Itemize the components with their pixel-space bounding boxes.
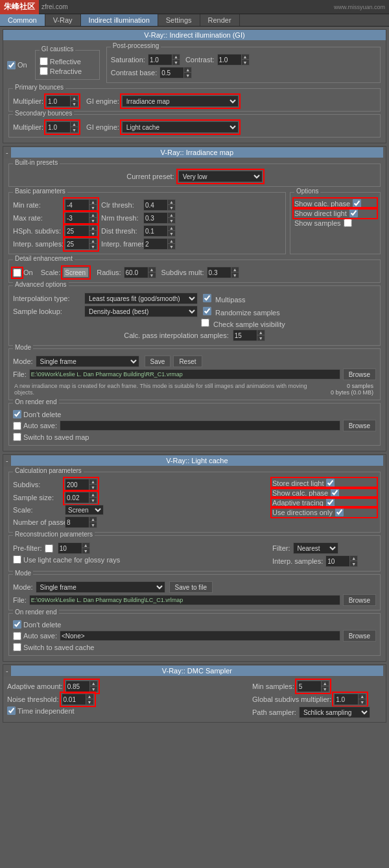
secondary-gi-engine-dropdown[interactable]: Light cache None Photon map Brute force (122, 121, 239, 133)
detail-radius-field[interactable]: ▲ ▼ (124, 267, 156, 278)
dist-thresh-field[interactable]: ▲ ▼ (143, 225, 176, 237)
lc-switch-checkbox[interactable] (13, 643, 21, 651)
pre-filter-field[interactable]: ▲ ▼ (58, 542, 90, 554)
path-sampler-dropdown[interactable]: Schlick sampling Uniform (299, 706, 370, 718)
adaptive-amount-spinner[interactable]: ▲ ▼ (89, 681, 97, 692)
subdivs-input[interactable] (65, 479, 89, 490)
min-samples-spinner[interactable]: ▲ ▼ (321, 681, 329, 692)
min-rate-spinner[interactable]: ▲ ▼ (89, 200, 97, 210)
saturation-up[interactable]: ▲ (172, 54, 180, 60)
adaptive-tracing-checkbox[interactable] (326, 498, 335, 507)
contrast-base-spinner[interactable]: ▲ ▼ (183, 67, 191, 78)
interp-samples-spinner[interactable]: ▲ ▼ (89, 239, 97, 249)
sample-size-field[interactable]: ▲ ▼ (65, 492, 97, 503)
detail-subdivs-mult-spinner[interactable]: ▲ ▼ (231, 267, 239, 278)
contrast-down[interactable]: ▼ (241, 60, 249, 65)
subdivs-up[interactable]: ▲ (89, 479, 97, 485)
tab-settings[interactable]: Settings (158, 14, 200, 26)
pre-filter-spinner[interactable]: ▲ ▼ (82, 543, 89, 553)
gi-on-checkbox[interactable] (7, 61, 16, 69)
detail-radius-down[interactable]: ▼ (148, 272, 156, 278)
nrm-thresh-input[interactable] (144, 213, 167, 223)
pre-filter-input[interactable] (58, 543, 82, 553)
secondary-multiplier-field[interactable]: ▲ ▼ (46, 121, 78, 133)
check-sample-visibility-checkbox[interactable] (201, 319, 209, 327)
dist-thresh-spinner[interactable]: ▲ ▼ (167, 226, 175, 236)
min-rate-input[interactable] (65, 200, 89, 210)
nrm-thresh-field[interactable]: ▲ ▼ (143, 212, 176, 224)
clr-thresh-input[interactable] (144, 200, 167, 210)
interp-frames-down[interactable]: ▼ (167, 244, 175, 249)
current-preset-dropdown[interactable]: Very low Low Medium Medium animation Hig… (178, 171, 263, 182)
max-rate-spinner[interactable]: ▲ ▼ (89, 213, 97, 223)
max-rate-input[interactable] (65, 213, 89, 223)
secondary-multiplier-up[interactable]: ▲ (70, 122, 78, 127)
lc-auto-save-input[interactable] (60, 631, 340, 641)
contrast-spinner[interactable]: ▲ ▼ (241, 54, 249, 65)
use-light-cache-checkbox[interactable] (13, 555, 21, 564)
irradiance-auto-save-checkbox[interactable] (13, 422, 21, 430)
lc-auto-save-browse-button[interactable]: Browse (343, 630, 376, 642)
calc-pass-spinner[interactable]: ▲ ▼ (257, 330, 265, 341)
contrast-base-field[interactable]: ▲ ▼ (159, 67, 192, 78)
noise-threshold-down[interactable]: ▼ (86, 699, 93, 705)
subdivs-field[interactable]: ▲ ▼ (65, 479, 97, 490)
hsph-subdivs-field[interactable]: ▲ ▼ (65, 225, 97, 237)
pre-filter-down[interactable]: ▼ (82, 548, 89, 553)
noise-threshold-spinner[interactable]: ▲ ▼ (86, 694, 93, 705)
calc-pass-input[interactable] (233, 330, 257, 341)
global-subdivs-field[interactable]: ▲ ▼ (334, 693, 366, 705)
num-passes-down[interactable]: ▼ (89, 522, 97, 527)
min-rate-field[interactable]: ▲ ▼ (65, 199, 97, 211)
contrast-base-input[interactable] (160, 67, 183, 78)
secondary-multiplier-down[interactable]: ▼ (70, 127, 78, 132)
primary-multiplier-field[interactable]: ▲ ▼ (46, 95, 78, 107)
sample-size-input[interactable] (65, 492, 89, 503)
clr-thresh-down[interactable]: ▼ (167, 205, 175, 210)
nrm-thresh-spinner[interactable]: ▲ ▼ (167, 213, 175, 223)
multipass-checkbox[interactable] (203, 294, 211, 302)
saturation-input[interactable] (148, 54, 172, 65)
dist-thresh-input[interactable] (144, 226, 167, 236)
irradiance-file-browse-button[interactable]: Browse (343, 368, 376, 380)
lc-interp-samples-field[interactable]: ▲ ▼ (325, 555, 358, 567)
nrm-thresh-up[interactable]: ▲ (167, 213, 175, 218)
saturation-field[interactable]: ▲ ▼ (148, 54, 180, 66)
adaptive-amount-field[interactable]: ▲ ▼ (65, 681, 98, 692)
store-direct-light-checkbox[interactable] (326, 479, 335, 487)
contrast-up[interactable]: ▲ (241, 54, 249, 60)
sample-size-spinner[interactable]: ▲ ▼ (89, 492, 97, 503)
use-directions-only-checkbox[interactable] (335, 508, 344, 516)
num-passes-field[interactable]: ▲ ▼ (65, 516, 97, 528)
calc-pass-down[interactable]: ▼ (257, 335, 265, 341)
hsph-subdivs-spinner[interactable]: ▲ ▼ (89, 226, 97, 236)
lc-scale-dropdown[interactable]: Screen World (65, 505, 104, 515)
lc-show-calc-phase-checkbox[interactable] (331, 488, 339, 497)
saturation-down[interactable]: ▼ (172, 60, 180, 65)
num-passes-spinner[interactable]: ▲ ▼ (89, 517, 97, 527)
adaptive-amount-down[interactable]: ▼ (89, 686, 97, 692)
lc-interp-samples-input[interactable] (326, 556, 349, 566)
irradiance-save-button[interactable]: Save (145, 356, 171, 367)
irradiance-auto-save-input[interactable] (60, 420, 340, 431)
min-rate-up[interactable]: ▲ (89, 200, 97, 205)
calc-pass-up[interactable]: ▲ (257, 330, 265, 335)
irradiance-auto-save-browse-button[interactable]: Browse (343, 420, 376, 431)
contrast-base-up[interactable]: ▲ (183, 67, 191, 73)
tab-indirect[interactable]: Indirect illumination (81, 14, 158, 26)
primary-multiplier-spinner[interactable]: ▲ ▼ (70, 96, 78, 106)
tab-vray[interactable]: V-Ray (45, 14, 81, 26)
primary-multiplier-up[interactable]: ▲ (70, 96, 78, 101)
secondary-multiplier-spinner[interactable]: ▲ ▼ (70, 122, 78, 132)
detail-radius-up[interactable]: ▲ (148, 267, 156, 272)
contrast-field[interactable]: ▲ ▼ (217, 54, 250, 66)
detail-radius-input[interactable] (124, 267, 148, 278)
num-passes-input[interactable] (65, 517, 89, 527)
global-subdivs-down[interactable]: ▼ (358, 699, 366, 705)
global-subdivs-up[interactable]: ▲ (358, 694, 366, 699)
clr-thresh-up[interactable]: ▲ (167, 200, 175, 205)
dist-thresh-down[interactable]: ▼ (167, 231, 175, 236)
contrast-input[interactable] (218, 54, 241, 65)
lc-interp-samples-down[interactable]: ▼ (349, 561, 357, 566)
adaptive-amount-input[interactable] (66, 681, 89, 692)
